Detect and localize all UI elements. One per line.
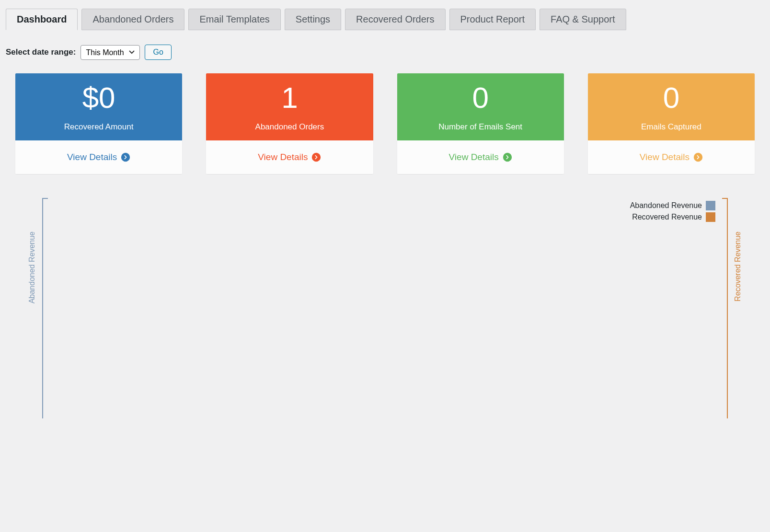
svg-point-1 xyxy=(312,153,321,162)
stat-card-0: $0Recovered AmountView Details xyxy=(15,73,182,174)
legend-item: Abandoned Revenue xyxy=(630,201,715,210)
tab-settings[interactable]: Settings xyxy=(285,9,341,30)
legend-label: Abandoned Revenue xyxy=(630,201,702,210)
stat-cards: $0Recovered AmountView Details1Abandoned… xyxy=(6,73,764,174)
legend-swatch xyxy=(706,212,715,222)
stat-label: Number of Emails Sent xyxy=(397,122,564,132)
stat-card-top: 1Abandoned Orders xyxy=(206,73,373,140)
date-range-controls: Select date range: This Month Go xyxy=(6,45,764,60)
stat-card-bottom: View Details xyxy=(15,140,182,174)
stat-card-top: 0Emails Captured xyxy=(588,73,755,140)
stat-value: 0 xyxy=(397,80,564,116)
tab-dashboard[interactable]: Dashboard xyxy=(6,9,78,30)
view-details-label: View Details xyxy=(67,152,117,162)
svg-point-0 xyxy=(122,153,130,162)
legend-label: Recovered Revenue xyxy=(632,213,702,221)
stat-value: 0 xyxy=(588,80,755,116)
legend-swatch xyxy=(706,201,715,210)
stat-card-bottom: View Details xyxy=(588,140,755,174)
stat-label: Recovered Amount xyxy=(15,122,182,132)
view-details-label: View Details xyxy=(449,152,499,162)
legend-item: Recovered Revenue xyxy=(630,212,715,222)
tab-recovered-orders[interactable]: Recovered Orders xyxy=(345,9,445,30)
y-axis-left xyxy=(42,198,43,418)
view-details-link[interactable]: View Details xyxy=(67,152,130,162)
stat-card-1: 1Abandoned OrdersView Details xyxy=(206,73,373,174)
stat-card-2: 0Number of Emails SentView Details xyxy=(397,73,564,174)
tab-faq-support[interactable]: FAQ & Support xyxy=(540,9,626,30)
stat-value: $0 xyxy=(15,80,182,116)
view-details-link[interactable]: View Details xyxy=(449,152,512,162)
stat-card-bottom: View Details xyxy=(397,140,564,174)
date-range-label: Select date range: xyxy=(6,47,76,57)
stat-card-top: 0Number of Emails Sent xyxy=(397,73,564,140)
stat-card-top: $0Recovered Amount xyxy=(15,73,182,140)
stat-value: 1 xyxy=(206,80,373,116)
revenue-chart: Abandoned Revenue Recovered Revenue Aban… xyxy=(25,198,745,418)
stat-card-3: 0Emails CapturedView Details xyxy=(588,73,755,174)
stat-label: Emails Captured xyxy=(588,122,755,132)
svg-point-3 xyxy=(694,153,702,162)
y-axis-left-label: Abandoned Revenue xyxy=(28,231,36,303)
y-axis-right-label: Recovered Revenue xyxy=(734,231,742,301)
view-details-label: View Details xyxy=(258,152,308,162)
view-details-link[interactable]: View Details xyxy=(258,152,321,162)
view-details-label: View Details xyxy=(640,152,690,162)
chart-legend: Abandoned RevenueRecovered Revenue xyxy=(630,201,715,224)
svg-point-2 xyxy=(503,153,511,162)
y-axis-right xyxy=(727,198,728,418)
tab-product-report[interactable]: Product Report xyxy=(449,9,536,30)
arrow-right-circle-icon xyxy=(503,152,512,162)
view-details-link[interactable]: View Details xyxy=(640,152,703,162)
tab-bar: DashboardAbandoned OrdersEmail Templates… xyxy=(6,9,764,30)
stat-label: Abandoned Orders xyxy=(206,122,373,132)
tab-abandoned-orders[interactable]: Abandoned Orders xyxy=(81,9,184,30)
arrow-right-circle-icon xyxy=(693,152,703,162)
arrow-right-circle-icon xyxy=(311,152,321,162)
tab-email-templates[interactable]: Email Templates xyxy=(188,9,280,30)
stat-card-bottom: View Details xyxy=(206,140,373,174)
go-button[interactable]: Go xyxy=(145,45,171,60)
arrow-right-circle-icon xyxy=(121,152,130,162)
date-range-select[interactable]: This Month xyxy=(80,45,140,60)
